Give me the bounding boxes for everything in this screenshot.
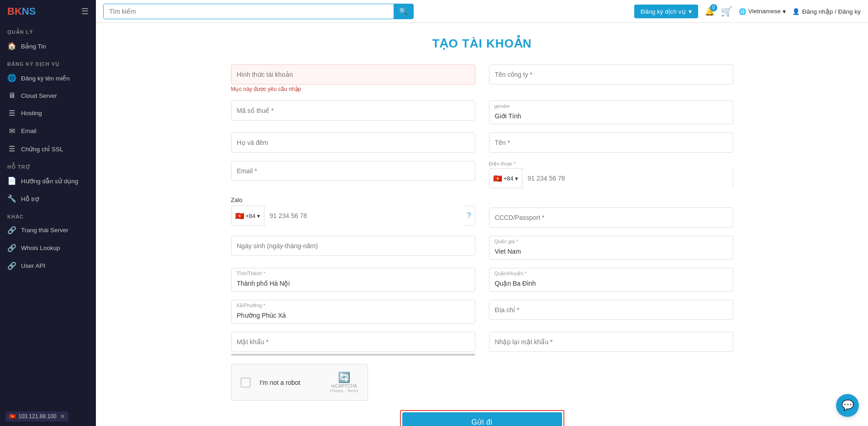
company-name-input[interactable] [489,64,733,85]
sidebar-item-ho-tro[interactable]: 🔧 Hỗ trợ [0,190,96,208]
hosting-icon: ☰ [7,109,16,117]
sidebar-item-label: Trang thái Server [21,227,68,234]
registration-form: Mục này được yêu cầu nhập gender Giới Tí… [231,64,733,356]
sidebar-item-label: User API [21,262,45,269]
header: 🔍 Đăng ký dịch vụ ▾ 🔔 0 🛒 🌐 Vietnamese ▾… [96,0,868,23]
language-label: Vietnamese [748,8,781,15]
email-group [231,161,475,188]
password-input[interactable] [231,332,475,352]
province-group: Tỉnh/Thành * Thành phố Hà Nội [231,268,475,292]
login-button[interactable]: 👤 Đăng nhập / Đăng ký [792,8,861,15]
sidebar-item-label: Email [21,128,37,134]
last-name-group [231,133,475,153]
sidebar-footer: 🇻🇳 103.121.88.100 ✕ [0,407,96,426]
province-select[interactable]: Thành phố Hà Nội [231,268,475,292]
sidebar-item-hosting[interactable]: ☰ Hosting [0,104,96,122]
email-input[interactable] [231,161,475,181]
password-group [231,332,475,356]
sidebar-item-user-api[interactable]: 🔗 User API [0,257,96,275]
email-icon: ✉ [7,127,16,135]
captcha-logo: 🔄 reCAPTCHA Privacy - Terms [330,372,358,393]
sidebar: BKNS ☰ QUẢN LÝ 🏠 Bảng Tin ĐĂNG KÝ DỊCH V… [0,0,96,426]
home-icon: 🏠 [7,42,16,50]
sidebar-item-cloud-server[interactable]: 🖥 Cloud Server [0,87,96,104]
hamburger-icon[interactable]: ☰ [81,6,89,16]
register-service-label: Đăng ký dịch vụ [641,8,686,15]
help-icon[interactable]: ? [463,212,475,220]
sidebar-item-label: Hướng dẫn sử dụng [21,177,78,185]
district-select[interactable]: Quận Ba Đình [489,268,733,292]
sidebar-item-label: Chứng chỉ SSL [21,145,63,153]
zalo-flag: 🇻🇳 [235,212,244,220]
ip-flag: 🇻🇳 [9,413,16,420]
sidebar-item-trang-thai[interactable]: 🔗 Trang thái Server [0,221,96,239]
phone-wrap: 🇻🇳 +84 ▾ [489,168,733,188]
sidebar-item-whois[interactable]: 🔗 Whois Lookup [0,239,96,257]
globe-icon: 🌐 [7,74,16,82]
confirm-password-input[interactable] [489,332,733,352]
sidebar-item-bang-tin[interactable]: 🏠 Bảng Tin [0,37,96,55]
search-input[interactable] [104,5,394,18]
close-ip-button[interactable]: ✕ [60,413,65,420]
chevron-down-icon: ▾ [689,8,692,15]
language-selector[interactable]: 🌐 Vietnamese ▾ [739,8,786,15]
chat-bubble[interactable]: 💬 [836,394,859,417]
sidebar-section-ho-tro: HỖ TRỢ 📄 Hướng dẫn sử dụng 🔧 Hỗ trợ [0,158,96,208]
server-icon: 🖥 [7,91,16,100]
page-title: TẠO TÀI KHOẢN [114,37,850,51]
sidebar-item-label: Cloud Server [21,92,57,99]
country-select[interactable]: Viet Nam [489,236,733,260]
ip-address: 103.121.88.100 [18,413,56,420]
district-group: Quận/Huyện * Quận Ba Đình [489,268,733,292]
search-button[interactable]: 🔍 [394,4,413,19]
logo-ns: NS [22,5,36,17]
section-label-ho-tro: HỖ TRỢ [0,158,96,172]
register-service-button[interactable]: Đăng ký dịch vụ ▾ [634,5,698,18]
submit-button[interactable]: Gửi đi [402,412,562,426]
logo-bk: BK [7,5,22,17]
captcha-privacy: Privacy [330,389,344,393]
last-name-input[interactable] [231,133,475,153]
submit-button-wrap: Gửi đi [400,410,564,426]
captcha-section: I'm not a robot 🔄 reCAPTCHA Privacy - Te… [231,364,733,401]
tax-code-input[interactable] [231,101,475,121]
sidebar-section-khac: KHÁC 🔗 Trang thái Server 🔗 Whois Lookup … [0,208,96,275]
tax-code-group [231,101,475,124]
globe-lang-icon: 🌐 [739,8,747,15]
lang-chevron-icon: ▾ [783,8,786,15]
sidebar-item-email[interactable]: ✉ Email [0,122,96,140]
cart-icon[interactable]: 🛒 [721,6,732,17]
first-name-input[interactable] [489,133,733,153]
captcha-checkbox[interactable] [241,378,251,388]
sidebar-item-ssl[interactable]: ☰ Chứng chỉ SSL [0,140,96,158]
search-wrap: 🔍 [103,4,414,19]
sidebar-item-label: Hỗ trợ [21,195,39,202]
sidebar-item-huong-dan[interactable]: 📄 Hướng dẫn sử dụng [0,172,96,190]
sidebar-item-ten-mien[interactable]: 🌐 Đăng ký tên miền [0,69,96,87]
gender-select[interactable]: Giới Tính Nam Nữ [489,101,733,124]
birthday-input[interactable] [231,236,475,256]
logo: BKNS [7,5,36,17]
account-type-group: Mục này được yêu cầu nhập [231,64,475,92]
phone-country-select[interactable]: 🇻🇳 +84 ▾ [489,169,522,188]
address-input[interactable] [489,300,733,320]
phone-code: +84 [504,175,514,182]
submit-section: Gửi đi [231,410,733,426]
gender-group: gender Giới Tính Nam Nữ [489,101,733,124]
zalo-input[interactable] [264,206,463,226]
phone-input[interactable] [522,168,733,188]
sidebar-item-label: Đăng ký tên miền [21,75,70,82]
account-type-input[interactable] [231,64,475,85]
notification-icon[interactable]: 🔔 0 [705,6,715,16]
captcha-label: I'm not a robot [260,379,300,386]
cccd-input[interactable] [489,208,733,228]
section-label-dkdv: ĐĂNG KÝ DỊCH VỤ [0,55,96,69]
zalo-wrap: 🇻🇳 +84 ▾ ? [231,206,475,226]
account-type-error: Mục này được yêu cầu nhập [231,86,475,92]
guide-icon: 📄 [7,176,16,185]
ward-select[interactable]: Phường Phúc Xá [231,300,475,324]
page-content: TẠO TÀI KHOẢN Mục này được yêu cầu nhập … [96,23,868,426]
zalo-country-select[interactable]: 🇻🇳 +84 ▾ [231,206,264,225]
captcha-terms: Terms [347,389,358,393]
zalo-code: +84 [246,213,256,219]
